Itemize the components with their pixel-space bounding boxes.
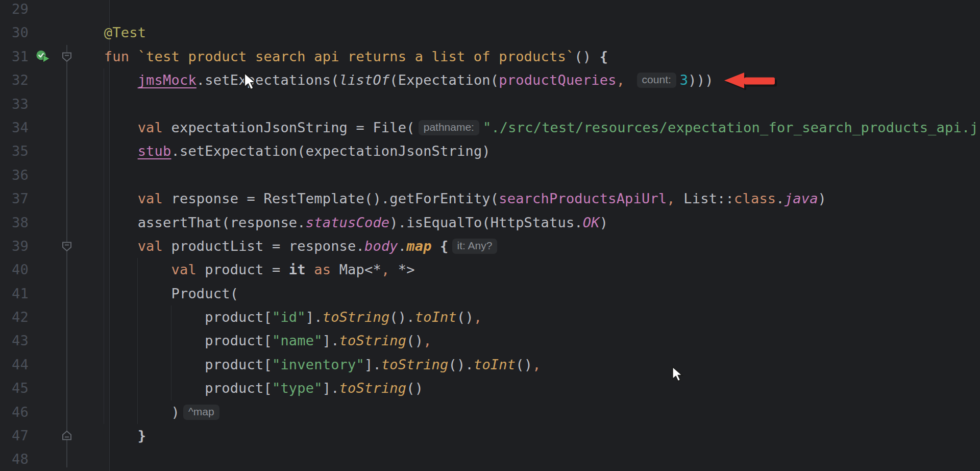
code-line[interactable]: 34 val expectationJsonString = File(path… [0, 116, 980, 139]
code-segment: it [289, 262, 306, 277]
code-text: } [70, 424, 146, 448]
code-segment: toString [381, 357, 449, 372]
inlay-hint: pathname: [419, 120, 479, 135]
code-segment: "inventory" [272, 357, 364, 372]
code-segment: val [138, 238, 172, 254]
code-segment: () [574, 49, 599, 64]
code-line[interactable]: 41 Product( [0, 282, 980, 305]
code-segment: (). [389, 309, 414, 325]
code-text: assertThat(response.statusCode).isEqualT… [70, 211, 608, 234]
code-segment: } [138, 428, 146, 443]
code-segment: ) [600, 215, 608, 230]
code-segment: toString [323, 309, 390, 325]
code-segment: "id" [272, 309, 306, 325]
code-line[interactable]: 30 @Test [0, 21, 980, 44]
line-number[interactable]: 31 [0, 45, 29, 68]
code-segment: val [138, 191, 172, 206]
line-number[interactable]: 38 [0, 211, 29, 234]
code-segment: val [171, 262, 205, 277]
code-segment: () [516, 357, 532, 372]
code-segment [70, 191, 138, 206]
line-number[interactable]: 29 [0, 0, 29, 21]
line-number[interactable]: 40 [0, 258, 29, 281]
code-text: val response = RestTemplate().getForEnti… [70, 187, 826, 210]
code-text: product["name"].toString(), [70, 329, 432, 352]
line-number[interactable]: 34 [0, 116, 29, 139]
code-segment: toString [339, 380, 407, 396]
code-line[interactable]: 46 )^map [0, 401, 980, 424]
code-line[interactable]: 44 product["inventory"].toString().toInt… [0, 353, 980, 376]
code-line[interactable]: 31 fun `test product search api returns … [0, 45, 980, 68]
code-segment: toString [339, 333, 407, 348]
code-segment [70, 380, 205, 396]
code-segment: , [667, 191, 675, 206]
code-segment [70, 309, 205, 325]
line-number[interactable]: 44 [0, 353, 29, 376]
line-number[interactable]: 35 [0, 139, 29, 163]
code-segment: , [423, 333, 431, 348]
code-segment: *> [389, 262, 414, 277]
code-segment: stub [138, 143, 172, 159]
code-line[interactable]: 29 [0, 0, 980, 21]
code-line[interactable]: 36 [0, 163, 980, 187]
code-segment: ) [171, 404, 179, 420]
code-line[interactable]: 35 stub.setExpectation(expectationJsonSt… [0, 139, 980, 163]
code-line[interactable]: 43 product["name"].toString(), [0, 329, 980, 352]
line-number[interactable]: 42 [0, 305, 29, 329]
code-segment: , [381, 262, 389, 277]
code-line[interactable]: 39 val productList = response.body.map {… [0, 234, 980, 258]
code-segment: 3 [680, 72, 688, 88]
code-segment: Product( [171, 286, 238, 301]
line-number[interactable]: 30 [0, 21, 29, 44]
code-segment: ))) [688, 72, 713, 88]
line-number[interactable]: 39 [0, 234, 29, 258]
inlay-hint: it: Any? [452, 239, 498, 254]
code-line[interactable]: 40 val product = it as Map<*, *> [0, 258, 980, 281]
code-text: @Test [70, 21, 146, 44]
code-line[interactable]: 37 val response = RestTemplate().getForE… [0, 187, 980, 210]
code-segment [70, 262, 171, 277]
code-segment: .setExpectation(expectationJsonString) [171, 143, 490, 159]
code-segment [70, 238, 138, 254]
code-segment: listOf [339, 72, 390, 88]
code-segment: , [617, 72, 625, 88]
code-segment: `test product search api returns a list … [138, 49, 575, 64]
code-line[interactable]: 33 [0, 92, 980, 116]
code-text: product["id"].toString().toInt(), [70, 305, 482, 329]
line-number[interactable]: 45 [0, 376, 29, 400]
code-line[interactable]: 32 jmsMock.setExpectations(listOf(Expect… [0, 68, 980, 92]
code-segment: statusCode [306, 215, 390, 230]
code-line[interactable]: 47 } [0, 424, 980, 448]
line-number[interactable]: 32 [0, 68, 29, 92]
code-area: 2930 @Test31 fun `test product search ap… [0, 0, 980, 471]
code-text: )^map [70, 401, 223, 424]
line-number[interactable]: 47 [0, 424, 29, 448]
code-segment: java [785, 191, 818, 206]
line-number[interactable]: 33 [0, 92, 29, 116]
inlay-hint: ^map [183, 405, 219, 420]
code-line[interactable]: 42 product["id"].toString().toInt(), [0, 305, 980, 329]
code-line[interactable]: 45 product["type"].toString() [0, 376, 980, 400]
code-segment: body [364, 238, 398, 254]
code-segment: product[ [205, 357, 272, 372]
line-number[interactable]: 48 [0, 448, 29, 471]
line-number[interactable]: 41 [0, 282, 29, 305]
code-text: jmsMock.setExpectations(listOf(Expectati… [70, 68, 714, 92]
code-text: val expectationJsonString = File(pathnam… [70, 116, 978, 139]
code-segment: map [406, 238, 431, 254]
line-number[interactable]: 43 [0, 329, 29, 352]
code-editor: 2930 @Test31 fun `test product search ap… [0, 0, 980, 471]
code-line[interactable]: 38 assertThat(response.statusCode).isEqu… [0, 211, 980, 234]
run-test-passed-icon[interactable] [36, 50, 51, 64]
code-segment: (). [449, 357, 474, 372]
code-segment: val [138, 120, 172, 135]
line-number[interactable]: 36 [0, 163, 29, 187]
code-line[interactable]: 48 [0, 448, 980, 471]
line-number[interactable]: 46 [0, 401, 29, 424]
line-number[interactable]: 37 [0, 187, 29, 210]
code-segment: jmsMock [138, 72, 197, 88]
code-text: product["type"].toString() [70, 376, 423, 400]
code-segment [625, 72, 633, 88]
code-segment [70, 120, 138, 135]
code-text: stub.setExpectation(expectationJsonStrin… [70, 139, 491, 163]
